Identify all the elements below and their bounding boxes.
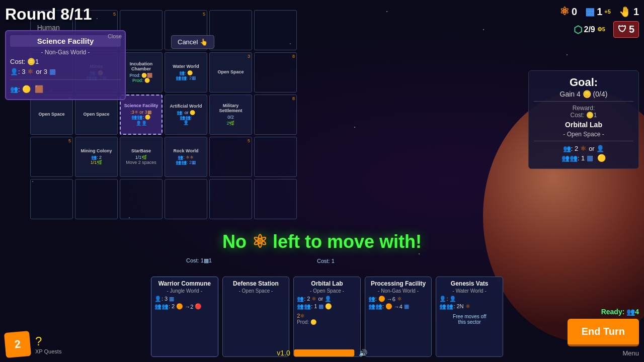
orbital-prod: Prod: 🟡 (297, 319, 357, 325)
cell-0-4 (209, 10, 252, 50)
cell-3-0: 5 (30, 137, 73, 177)
bottom-cards: Warrior Commune - Jungle World - 👤: 3▦ 👥… (151, 277, 503, 357)
reward-label: Reward: (534, 105, 633, 112)
top-resources: ⚛ 0 ▦ 1 +5 🤚 1 ⬡ 2/9 ⚙5 🛡 5 (559, 5, 639, 38)
end-turn-button[interactable]: End Turn (568, 319, 639, 346)
bottom-cost-1: Cost: 1▦1 (186, 257, 212, 264)
ready-status: Ready: 👥4 (601, 308, 639, 316)
panel-title: Science Facility (10, 35, 121, 47)
cancel-button[interactable]: Cancel 👆 (171, 35, 214, 49)
card-defense-station[interactable]: Defense Station - Open Space - (222, 277, 290, 357)
genesis-title: Genesis Vats (439, 280, 500, 287)
cell-0-2 (120, 10, 163, 50)
defense-title: Defense Station (226, 280, 286, 287)
cell-1-5: 8 (254, 52, 297, 93)
panel-res2: 👥: 🟡 🟫 (10, 85, 121, 93)
card-genesis-vats[interactable]: Genesis Vats - Water World - 👤: 👤 👥👥: 2N… (436, 277, 503, 357)
science-facility-panel: Close Science Facility - Non-Gas World -… (5, 30, 126, 100)
round-number: Round 8/11 (5, 5, 92, 24)
warrior-res2: 👥👥: 2🟠→2🔴 (154, 303, 215, 310)
cell-4-2 (120, 179, 163, 219)
warrior-sub: - Jungle World - (154, 288, 215, 294)
cell-science-facility[interactable]: Science Facility :3⚛ or 3▦ 👥👥: 🟡 👤👤 (120, 95, 163, 135)
panel-subtitle: - Non-Gas World - (10, 49, 121, 56)
bottom-cost-2: Cost: 1 (317, 258, 335, 264)
cell-water-world[interactable]: Water World 👥: 🟡 👥👥: 2▦ (165, 52, 207, 93)
cell-0-5 (254, 10, 297, 50)
genesis-free-moves: Free moves off (439, 314, 500, 319)
cell-artificial-world[interactable]: Artificial World 👥: or 🟡 👥👥: 👤 (165, 95, 207, 135)
version-progress-bar (294, 349, 355, 356)
cell-incubation[interactable]: Incubation Chamber Prod: 🟡🟫 Prod: 🟡 (120, 52, 163, 93)
goal-description: Gain 4 🪙 (0/4) (534, 90, 633, 98)
card-warrior-commune[interactable]: Warrior Commune - Jungle World - 👤: 3▦ 👥… (151, 277, 218, 357)
goal-res2: 👥👥: 1▦ 🟡 (534, 154, 633, 162)
cell-3-5 (254, 137, 297, 177)
card-orbital-lab[interactable]: Orbital Lab - Open Space - 👥: 2⚛ or 👤 👥👥… (293, 277, 361, 357)
cell-starbase[interactable]: StarBase 1/1🌿 Move 2 spaces (120, 137, 163, 177)
bottom-right-panel: Ready: 👥4 End Turn Menu (568, 308, 639, 357)
genesis-sub: - Water World - (439, 288, 500, 294)
big-message: No ⚛ left to move with! (222, 231, 422, 252)
reward-cost: Cost: 🪙1 (534, 112, 633, 119)
cell-2-5: 8 (254, 95, 297, 135)
cell-open-space-left2[interactable]: Open Space (75, 95, 118, 135)
cell-4-5 (254, 179, 297, 219)
defense-sub: - Open Space - (226, 288, 286, 294)
goal-panel: Goal: Gain 4 🪙 (0/4) Reward: Cost: 🪙1 Or… (528, 70, 639, 169)
orbital-res2: 👥👥: 1▦ 🟡 (297, 303, 357, 310)
processing-res1: 👥: 🟠→6⚛ (368, 296, 429, 302)
cell-open-space-left1[interactable]: 8 Open Space (30, 95, 73, 135)
processing-sub: - Non-Gas World - (368, 288, 429, 294)
cell-mining-colony[interactable]: Mining Colony 👥: 2 1/1🌿 (75, 137, 118, 177)
orbital-prod-num: 2⚛ (297, 313, 357, 319)
goal-title: Goal: (534, 76, 633, 89)
orbital-res1: 👥: 2⚛ or 👤 (297, 296, 357, 302)
cell-4-3 (165, 179, 207, 219)
xp-label: XP Quests (35, 348, 61, 354)
shield-resource: 🛡 5 (613, 21, 639, 38)
panel-res1: 👤: 3⚛ or 3▦ (10, 67, 121, 75)
cell-4-4 (209, 179, 252, 219)
cell-military-settlement[interactable]: Military Settlement 0/2 2🌿 (209, 95, 252, 135)
quest-button[interactable]: ? (35, 334, 61, 348)
close-panel-button[interactable]: Close (108, 33, 122, 39)
processing-title: Processing Facility (368, 280, 429, 287)
orbital-sub-bottom: - Open Space - (297, 288, 357, 294)
menu-button[interactable]: Menu (622, 349, 639, 357)
cell-4-1 (75, 179, 118, 219)
resource-row-2: ⬡ 2/9 ⚙5 🛡 5 (574, 21, 639, 38)
warrior-title: Warrior Commune (154, 280, 215, 287)
goal-res1: 👥: 2⚛ or 👤 (534, 144, 633, 152)
atom-resource: ⚛ 0 (559, 5, 577, 18)
cube-resource: ▦ 1 +5 (585, 6, 611, 18)
version-bar: v1.0 🔊 (277, 349, 367, 357)
genesis-res2: 👥👥: 2N⚛ (439, 303, 500, 310)
xp-area: 2 ? XP Quests (5, 332, 61, 357)
xp-badge: 2 (4, 331, 31, 358)
dome-resource: ⬡ 2/9 ⚙5 (574, 24, 605, 36)
processing-res2: 👥👥: 🟠→4▦ (368, 303, 429, 310)
genesis-res1: 👤: 👤 (439, 296, 500, 302)
cell-4-0 (30, 179, 73, 219)
orbital-lab-sub: - Open Space - (534, 131, 633, 138)
orbital-lab-name: Orbital Lab (534, 121, 633, 129)
resource-row-1: ⚛ 0 ▦ 1 +5 🤚 1 (559, 5, 639, 18)
cell-open-space-top[interactable]: 3 Open Space (209, 52, 252, 93)
orbital-title: Orbital Lab (297, 280, 357, 287)
cell-rock-world[interactable]: Rock World 👥: ⚛⚛ 👥👥: 2▦ (165, 137, 207, 177)
warrior-res1: 👤: 3▦ (154, 296, 215, 302)
round-info: Round 8/11 Human (5, 5, 92, 32)
genesis-sector: this sector (439, 319, 500, 325)
cell-3-4: 5 (209, 137, 252, 177)
hand-resource: 🤚 1 (619, 6, 639, 18)
card-processing-facility[interactable]: Processing Facility - Non-Gas World - 👥:… (365, 277, 432, 357)
version-label: v1.0 (277, 349, 290, 357)
volume-icon[interactable]: 🔊 (359, 349, 367, 357)
panel-cost: Cost: 🪙1 (10, 58, 121, 65)
